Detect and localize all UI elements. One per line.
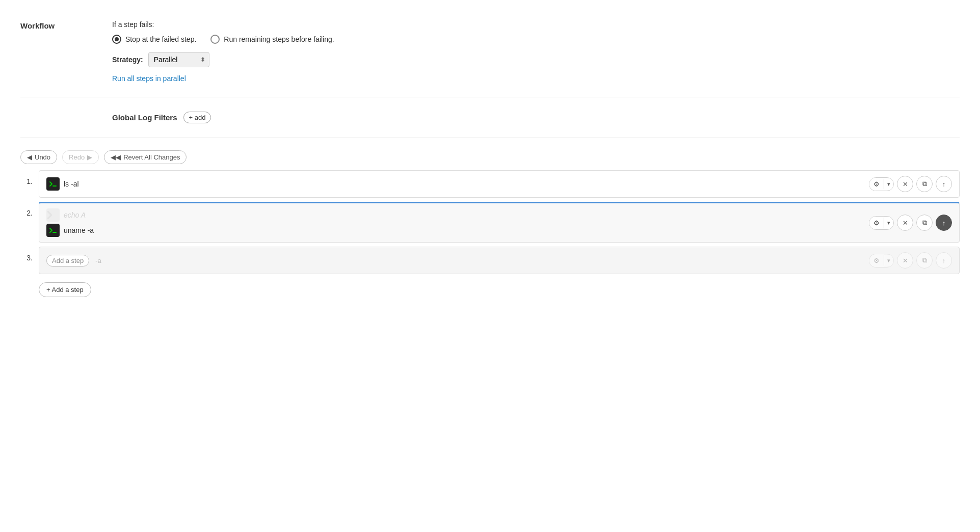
step-1-terminal-icon <box>46 177 60 191</box>
table-row: 1. ls -al ⚙ ▾ <box>20 170 960 198</box>
step-3-add-pill[interactable]: Add a step <box>46 255 89 267</box>
log-filters-content: Global Log Filters + add <box>112 112 211 123</box>
step-1-close-btn[interactable]: ✕ <box>897 176 913 192</box>
step-3-copy-btn: ⧉ <box>916 252 933 269</box>
step-3-left: Add a step -a <box>46 255 101 267</box>
step-gap-2 <box>20 243 960 247</box>
step-3-gear-btn: ⚙ <box>869 254 884 267</box>
step-2-left: echo A uname -a <box>46 208 94 237</box>
step-1-actions: ⚙ ▾ ✕ ⧉ ↑ <box>869 176 952 192</box>
revert-label: Revert All Changes <box>123 153 180 161</box>
step-3-gear-split: ⚙ ▾ <box>869 254 894 268</box>
radio-run-remaining[interactable]: Run remaining steps before failing. <box>210 35 334 44</box>
strategy-select[interactable]: Parallel Sequential <box>148 52 209 67</box>
step-1-up-btn[interactable]: ↑ <box>936 176 952 192</box>
step-1-copy-btn[interactable]: ⧉ <box>916 176 933 192</box>
step-2-box[interactable]: echo A uname -a <box>39 202 960 243</box>
step-2-actions: ⚙ ▾ ✕ ⧉ ↑ <box>869 215 952 231</box>
step-2-gear-btn[interactable]: ⚙ <box>869 217 884 229</box>
step-3-ghost-text: -a <box>95 257 101 264</box>
divider-2 <box>20 138 960 138</box>
radio-run-remaining-circle[interactable] <box>210 35 220 44</box>
strategy-label: Strategy: <box>112 56 143 64</box>
step-3-close-btn: ✕ <box>897 252 913 269</box>
undo-label: Undo <box>35 153 50 161</box>
revert-icon: ◀◀ <box>111 153 121 161</box>
step-2-ghost-row: echo A <box>46 208 94 222</box>
undo-icon: ◀ <box>27 153 32 161</box>
step-2-number: 2. <box>20 202 33 217</box>
step-2-ghost-command: echo A <box>64 211 86 219</box>
redo-icon: ▶ <box>87 153 92 161</box>
step-1-box[interactable]: ls -al ⚙ ▾ ✕ ⧉ ↑ <box>39 170 960 198</box>
step-3-box[interactable]: Add a step -a ⚙ ▾ ✕ ⧉ ↑ <box>39 247 960 274</box>
step-1-left: ls -al <box>46 177 79 191</box>
toolbar: ◀ Undo Redo ▶ ◀◀ Revert All Changes <box>20 142 960 170</box>
step-3-number: 3. <box>20 247 33 262</box>
step-1-chevron-down-icon[interactable]: ▾ <box>884 178 893 190</box>
strategy-select-wrapper[interactable]: Parallel Sequential <box>148 52 209 67</box>
if-fails-label: If a step fails: <box>112 20 960 29</box>
step-1-command: ls -al <box>64 180 79 188</box>
step-1-number: 1. <box>20 170 33 185</box>
redo-button[interactable]: Redo ▶ <box>62 150 99 164</box>
steps-container: 1. ls -al ⚙ ▾ <box>20 170 960 274</box>
step-2-terminal-icon <box>46 224 60 237</box>
step-2-gear-split[interactable]: ⚙ ▾ <box>869 216 894 230</box>
redo-label: Redo <box>69 153 85 161</box>
step-2-copy-btn[interactable]: ⧉ <box>916 215 933 231</box>
radio-stop[interactable]: Stop at the failed step. <box>112 35 196 44</box>
radio-group: Stop at the failed step. Run remaining s… <box>112 35 960 44</box>
step-2-up-btn[interactable]: ↑ <box>936 215 952 231</box>
table-row: 3. Add a step -a ⚙ ▾ ✕ ⧉ ↑ <box>20 247 960 274</box>
radio-stop-label: Stop at the failed step. <box>125 35 196 43</box>
step-1-gear-split[interactable]: ⚙ ▾ <box>869 177 894 191</box>
add-log-filter-button[interactable]: + add <box>183 112 211 123</box>
table-row: 2. echo A <box>20 202 960 243</box>
workflow-label: Workflow <box>20 20 112 30</box>
radio-stop-circle[interactable] <box>112 35 121 44</box>
step-2-close-btn[interactable]: ✕ <box>897 215 913 231</box>
revert-button[interactable]: ◀◀ Revert All Changes <box>104 150 187 164</box>
log-filters-section: Global Log Filters + add <box>20 101 960 134</box>
divider-1 <box>20 97 960 97</box>
step-3-actions: ⚙ ▾ ✕ ⧉ ↑ <box>869 252 952 269</box>
step-2-main-row: uname -a <box>46 224 94 237</box>
run-parallel-link[interactable]: Run all steps in parallel <box>112 74 186 83</box>
undo-button[interactable]: ◀ Undo <box>20 150 57 164</box>
step-2-stacked: echo A uname -a <box>46 208 94 237</box>
step-3-up-btn: ↑ <box>936 252 952 269</box>
step-2-chevron-down-icon[interactable]: ▾ <box>884 217 893 229</box>
step-2-ghost-terminal-icon <box>46 208 60 222</box>
workflow-content: If a step fails: Stop at the failed step… <box>112 20 960 83</box>
step-3-add-text: Add a step <box>52 257 84 264</box>
strategy-row: Strategy: Parallel Sequential <box>112 52 960 67</box>
step-2-command: uname -a <box>64 226 94 234</box>
step-3-chevron-down-icon: ▾ <box>884 255 893 267</box>
step-1-gear-btn[interactable]: ⚙ <box>869 178 884 191</box>
add-step-button[interactable]: + Add a step <box>39 282 91 297</box>
log-filters-title: Global Log Filters <box>112 113 177 122</box>
radio-run-remaining-label: Run remaining steps before failing. <box>224 35 334 43</box>
step-gap-1 <box>20 198 960 202</box>
